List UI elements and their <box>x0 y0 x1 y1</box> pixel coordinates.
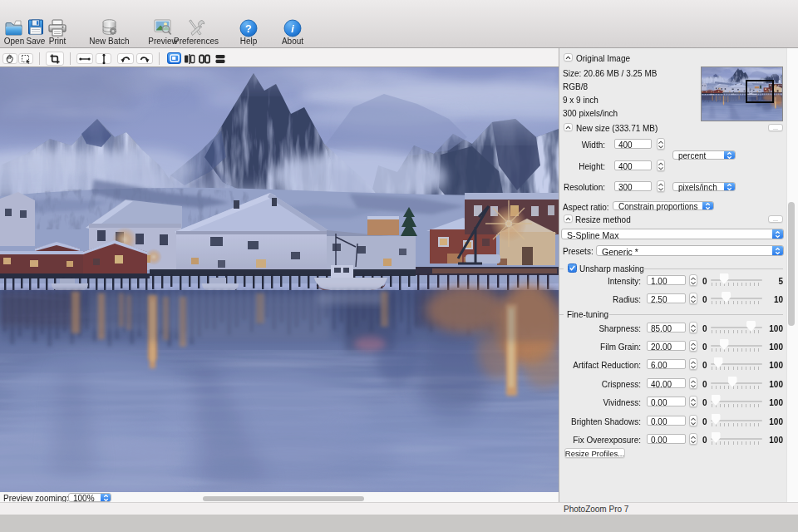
svg-text:?: ? <box>245 22 252 35</box>
svg-text:i: i <box>291 22 294 35</box>
